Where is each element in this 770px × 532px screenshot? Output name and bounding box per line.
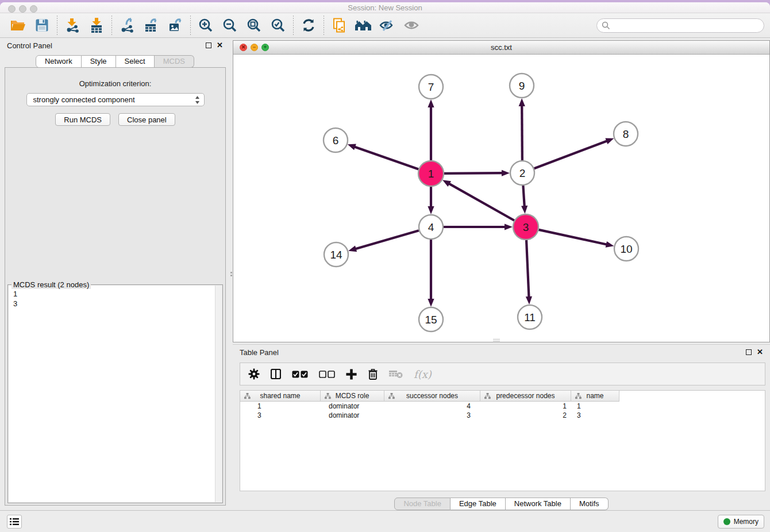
table-cell[interactable]: 1: [240, 402, 321, 411]
table-cell[interactable]: 3: [384, 411, 480, 420]
network-graph[interactable]: 7968124314101511: [233, 55, 769, 342]
export-network-button[interactable]: [115, 15, 139, 36]
edge-2-9[interactable]: [522, 105, 522, 160]
column-header-name[interactable]: name: [571, 391, 619, 402]
mcds-result-area[interactable]: 1 3: [9, 286, 222, 502]
mcds-result-title: MCDS result (2 nodes): [11, 280, 91, 289]
zoom-selected-button[interactable]: [266, 15, 290, 36]
memory-button[interactable]: Memory: [718, 515, 764, 529]
export-table-button[interactable]: [139, 15, 163, 36]
hide-selected-button[interactable]: [375, 15, 399, 36]
gear-icon: [248, 368, 260, 380]
table-settings-button[interactable]: [248, 368, 260, 380]
open-session-button[interactable]: [6, 15, 30, 36]
edge-3-10[interactable]: [538, 230, 607, 245]
trash-icon: [368, 368, 378, 380]
close-panel-button[interactable]: Close panel: [118, 113, 175, 126]
table-cell[interactable]: 1: [480, 402, 571, 411]
zoom-fit-button[interactable]: [242, 15, 266, 36]
delete-table-icon: [389, 369, 403, 379]
zoom-network-icon[interactable]: +: [261, 44, 269, 51]
table-panel: Table Panel ✕: [233, 344, 770, 512]
table-cell[interactable]: dominator: [321, 402, 384, 411]
node-label-2: 2: [519, 167, 526, 179]
run-mcds-button[interactable]: Run MCDS: [55, 113, 110, 126]
table-cell[interactable]: 3: [571, 411, 619, 420]
result-scrollbar[interactable]: [215, 286, 222, 502]
close-window-icon[interactable]: [8, 5, 16, 13]
network-canvas[interactable]: 7968124314101511: [233, 55, 769, 342]
table-cell[interactable]: dominator: [321, 411, 384, 420]
edge-1-6[interactable]: [354, 147, 418, 169]
minimize-network-icon[interactable]: −: [251, 44, 258, 51]
column-type-icon: [575, 393, 582, 399]
tab-mcds[interactable]: MCDS: [155, 55, 194, 68]
add-column-button[interactable]: [346, 369, 357, 380]
minimize-window-icon[interactable]: [19, 5, 26, 13]
clone-network-button[interactable]: [327, 15, 351, 36]
select-all-columns-button[interactable]: [292, 371, 308, 378]
tab-motifs[interactable]: Motifs: [571, 498, 609, 510]
table-panel-title: Table Panel: [240, 348, 279, 357]
tab-network-table[interactable]: Network Table: [506, 498, 571, 510]
save-session-button[interactable]: [30, 15, 54, 36]
show-panels-button[interactable]: [7, 515, 22, 529]
zoom-window-icon[interactable]: [30, 5, 37, 13]
clone-network-icon: [332, 18, 346, 33]
table-cell[interactable]: 3: [240, 411, 321, 420]
float-panel-icon[interactable]: [206, 43, 211, 48]
delete-column-button[interactable]: [368, 368, 378, 380]
search-input[interactable]: [596, 18, 764, 33]
tab-style[interactable]: Style: [82, 55, 116, 68]
canvas-resize-grip[interactable]: [493, 339, 500, 341]
split-view-button[interactable]: [271, 369, 281, 379]
column-header-predecessor-nodes[interactable]: predecessor nodes: [480, 391, 571, 402]
node-label-11: 11: [524, 311, 536, 323]
deselect-all-columns-button[interactable]: [319, 371, 335, 378]
table-row[interactable]: 1dominator411: [240, 402, 765, 411]
tab-network[interactable]: Network: [36, 55, 82, 68]
table-row[interactable]: 3dominator323: [240, 411, 765, 420]
tab-select[interactable]: Select: [116, 55, 155, 68]
close-panel-icon[interactable]: ✕: [217, 43, 223, 48]
export-image-button[interactable]: [163, 15, 187, 36]
status-bar: Memory: [0, 510, 770, 532]
optimization-criterion-select[interactable]: strongly connected component: [26, 93, 205, 106]
node-label-10: 10: [620, 243, 632, 255]
import-network-button[interactable]: [60, 15, 84, 36]
float-table-panel-icon[interactable]: [746, 349, 752, 355]
column-header-shared-name[interactable]: shared name: [240, 391, 321, 402]
zoom-out-button[interactable]: [218, 15, 242, 36]
zoom-in-button[interactable]: [194, 15, 218, 36]
show-all-button[interactable]: [399, 15, 424, 36]
import-table-button[interactable]: [84, 15, 109, 36]
toolbar-separator: [190, 16, 191, 35]
table-cell[interactable]: 4: [384, 402, 480, 411]
network-window-titlebar[interactable]: ✕ − + scc.txt: [233, 41, 769, 55]
function-builder-button[interactable]: f(x): [414, 368, 432, 380]
close-table-panel-icon[interactable]: ✕: [757, 349, 763, 355]
refresh-button[interactable]: [297, 15, 321, 36]
delete-table-button[interactable]: [389, 369, 403, 379]
column-type-icon: [244, 393, 251, 399]
column-header-successor-nodes[interactable]: successor nodes: [384, 391, 480, 402]
close-network-icon[interactable]: ✕: [240, 44, 247, 51]
import-network-icon: [65, 18, 80, 33]
edge-3-11[interactable]: [526, 240, 529, 298]
node-label-15: 15: [425, 314, 437, 326]
home-button[interactable]: [351, 15, 375, 36]
column-header-MCDS-role[interactable]: MCDS role: [321, 391, 384, 402]
edge-3-1[interactable]: [448, 183, 514, 221]
table-cell[interactable]: 1: [571, 402, 619, 411]
tab-edge-table[interactable]: Edge Table: [451, 498, 506, 510]
edge-2-8[interactable]: [534, 141, 608, 168]
edge-2-3[interactable]: [523, 186, 524, 207]
table-cell[interactable]: 2: [480, 411, 571, 420]
zoom-fit-icon: [247, 18, 261, 33]
node-label-1: 1: [428, 168, 434, 180]
node-label-3: 3: [523, 221, 529, 233]
search-icon: [602, 21, 610, 30]
tab-node-table[interactable]: Node Table: [394, 498, 451, 510]
edge-1-2[interactable]: [444, 173, 503, 174]
edge-4-14[interactable]: [355, 230, 419, 249]
